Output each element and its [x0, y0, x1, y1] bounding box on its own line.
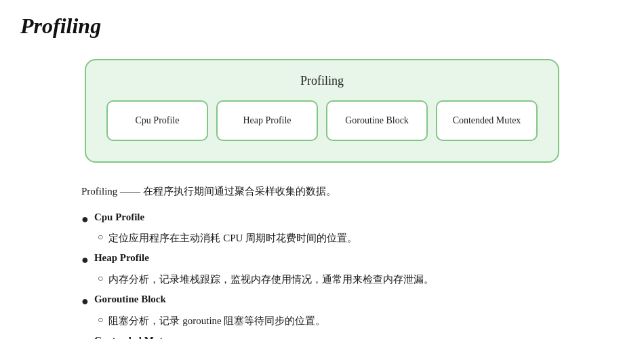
sub-circle-cpu: ○	[98, 230, 103, 244]
list-item-heap: ● Heap Profile ○ 内存分析，记录堆栈跟踪，监视内存使用情况，通常…	[81, 252, 576, 288]
cpu-profile-label: Cpu Profile	[94, 212, 144, 223]
diagram-boxes: Cpu Profile Heap Profile Goroutine Block…	[106, 100, 538, 141]
list-item-cpu: ● Cpu Profile ○ 定位应用程序在主动消耗 CPU 周期时花费时间的…	[81, 212, 576, 247]
list-item-goroutine: ● Goroutine Block ○ 阻塞分析，记录 goroutine 阻塞…	[81, 294, 576, 330]
bullet-dot-goroutine: ●	[81, 294, 89, 309]
goroutine-block-box: Goroutine Block	[326, 100, 428, 141]
diagram-container: Profiling Cpu Profile Heap Profile Gorou…	[85, 59, 559, 163]
page-title: Profiling	[20, 14, 624, 39]
contended-mutex-box: Contended Mutex	[436, 100, 538, 141]
bullet-dot-heap: ●	[81, 252, 89, 268]
bullet-main-mutex: ● Contended Mutex	[81, 335, 576, 339]
sub-circle-goroutine: ○	[98, 313, 103, 327]
sub-circle-heap: ○	[98, 271, 103, 285]
bullet-sub-goroutine: ○ 阻塞分析，记录 goroutine 阻塞等待同步的位置。	[81, 313, 576, 330]
contended-mutex-label: Contended Mutex	[94, 335, 172, 339]
bullet-main-cpu: ● Cpu Profile	[81, 212, 576, 227]
bullet-main-goroutine: ● Goroutine Block	[81, 294, 576, 309]
cpu-profile-desc: 定位应用程序在主动消耗 CPU 周期时花费时间的位置。	[108, 230, 357, 247]
bullet-dot-mutex: ●	[81, 335, 89, 339]
bullet-main-heap: ● Heap Profile	[81, 252, 576, 268]
list-item-mutex: ● Contended Mutex ○ 互斥锁分析，报告互斥锁的竞争情况。	[81, 335, 576, 339]
cpu-profile-box: Cpu Profile	[106, 100, 208, 141]
content-section: Profiling —— 在程序执行期间通过聚合采样收集的数据。 ● Cpu P…	[68, 183, 576, 339]
bullet-sub-heap: ○ 内存分析，记录堆栈跟踪，监视内存使用情况，通常用来检查内存泄漏。	[81, 271, 576, 289]
heap-profile-desc: 内存分析，记录堆栈跟踪，监视内存使用情况，通常用来检查内存泄漏。	[108, 271, 434, 289]
bullet-list: ● Cpu Profile ○ 定位应用程序在主动消耗 CPU 周期时花费时间的…	[81, 212, 576, 340]
goroutine-block-label: Goroutine Block	[94, 294, 166, 305]
intro-text: Profiling —— 在程序执行期间通过聚合采样收集的数据。	[81, 183, 576, 201]
goroutine-block-desc: 阻塞分析，记录 goroutine 阻塞等待同步的位置。	[108, 313, 325, 330]
diagram-title: Profiling	[106, 74, 538, 88]
bullet-sub-cpu: ○ 定位应用程序在主动消耗 CPU 周期时花费时间的位置。	[81, 230, 576, 247]
heap-profile-label: Heap Profile	[94, 252, 149, 264]
heap-profile-box: Heap Profile	[216, 100, 318, 141]
bullet-dot-cpu: ●	[81, 212, 89, 227]
